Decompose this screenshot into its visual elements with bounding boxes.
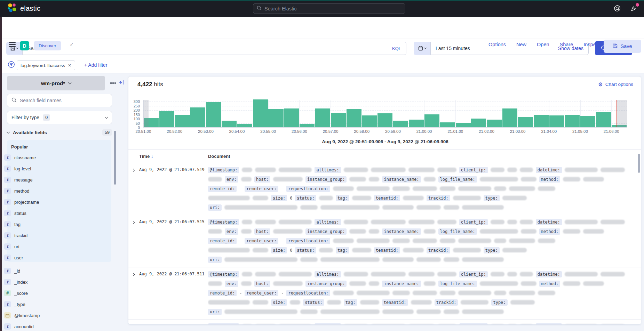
field-item-user[interactable]: tuser: [0, 252, 104, 263]
save-button[interactable]: Save: [604, 40, 641, 53]
histogram-bar[interactable]: [471, 119, 486, 127]
global-search[interactable]: [253, 3, 405, 14]
doc-field-label: remote_id:: [208, 290, 237, 296]
histogram-bar[interactable]: [253, 99, 268, 127]
histogram-bar[interactable]: [206, 102, 221, 128]
expand-row-icon[interactable]: [132, 169, 135, 172]
histogram-bar[interactable]: [331, 113, 346, 127]
field-item-log-level[interactable]: tlog-level: [0, 163, 104, 174]
global-search-input[interactable]: [264, 6, 401, 11]
nav-link-open[interactable]: Open: [537, 42, 549, 47]
field-name: accountid: [14, 324, 34, 329]
news-feed-icon[interactable]: [630, 5, 638, 12]
histogram-bar[interactable]: [222, 121, 237, 127]
field-item-classname[interactable]: tclassname: [0, 152, 104, 163]
time-column-header[interactable]: Time↓: [139, 154, 153, 159]
field-search-input[interactable]: [20, 98, 108, 103]
histogram-bar[interactable]: [502, 108, 517, 127]
histogram-bar[interactable]: [190, 107, 205, 128]
histogram-bar[interactable]: [487, 120, 502, 127]
add-filter-button[interactable]: + Add filter: [84, 62, 108, 68]
quick-select-date-button[interactable]: [414, 42, 430, 55]
histogram-bar[interactable]: [580, 116, 595, 128]
field-item-_type[interactable]: t_type: [0, 299, 104, 310]
nav-link-share[interactable]: Share: [560, 42, 573, 47]
nav-link-new[interactable]: New: [516, 42, 526, 47]
field-item-_score[interactable]: #_score: [0, 288, 104, 299]
doc-field-value-redacted: [565, 168, 598, 172]
histogram-bar[interactable]: [393, 121, 408, 127]
doc-field-value-redacted: [352, 196, 371, 200]
expand-row-icon[interactable]: [132, 221, 135, 224]
histogram-bar[interactable]: [518, 117, 533, 127]
table-scrollbar[interactable]: [638, 154, 640, 173]
nav-link-inspect[interactable]: Inspect: [583, 42, 600, 47]
field-settings-icon[interactable]: [110, 82, 116, 84]
histogram-bar[interactable]: [409, 120, 424, 128]
doc-field-value-redacted: [279, 220, 312, 224]
row-document: @timestamp:alltimes:client_ip:datetime:e…: [208, 165, 637, 212]
field-name: _id: [14, 268, 20, 274]
breadcrumb-check-icon[interactable]: ✓: [70, 41, 74, 48]
doc-field-value-redacted: [208, 248, 250, 252]
filter-pill[interactable]: tag.keyword: lbaccess ✕: [17, 60, 75, 70]
histogram-bar[interactable]: [175, 115, 190, 127]
content-area: wm-prod* Filter by type 0 Available fiel…: [0, 73, 644, 331]
histogram-bar[interactable]: [300, 124, 315, 127]
field-item-uri[interactable]: turi: [0, 241, 104, 252]
doc-field-value-redacted: [242, 168, 252, 172]
histogram-bar[interactable]: [362, 115, 377, 127]
histogram-bar[interactable]: [347, 109, 361, 128]
chart-options-button[interactable]: ⚙ Chart options: [598, 82, 633, 87]
document-line: env:host:instance_group:instance_name:lo…: [208, 175, 637, 184]
current-time-marker: [617, 100, 617, 127]
doc-field-label: client_ip:: [459, 167, 488, 173]
doc-field-value-redacted: [349, 177, 366, 181]
field-item-status[interactable]: tstatus: [0, 208, 104, 219]
histogram-bar[interactable]: [159, 111, 174, 127]
histogram-bar[interactable]: [424, 114, 439, 128]
query-language-button[interactable]: KQL: [392, 46, 401, 51]
sidebar-scrollbar[interactable]: [114, 131, 116, 185]
nav-link-options[interactable]: Options: [488, 42, 506, 47]
histogram-bar[interactable]: [237, 124, 252, 127]
query-input[interactable]: [27, 46, 389, 51]
breadcrumb[interactable]: Discover: [34, 41, 61, 50]
field-item-accountid[interactable]: taccountid: [0, 321, 104, 331]
field-item-message[interactable]: tmessage: [0, 174, 104, 185]
histogram-bar[interactable]: [565, 115, 580, 127]
histogram-bar[interactable]: [268, 109, 283, 128]
expand-row-icon[interactable]: [132, 273, 135, 276]
remove-filter-icon[interactable]: ✕: [68, 63, 71, 68]
x-axis-tick-label: 20:54:00: [229, 129, 245, 134]
x-axis-tick-label: 20:52:00: [167, 129, 182, 134]
filter-by-type-select[interactable]: Filter by type 0: [7, 111, 112, 124]
field-item-_index[interactable]: t_index: [0, 276, 104, 288]
help-icon[interactable]: [613, 5, 621, 12]
elastic-brand[interactable]: elastic: [7, 3, 40, 14]
histogram-plot[interactable]: [143, 100, 627, 128]
collapse-sidebar-icon[interactable]: [119, 80, 124, 87]
document-line: @timestamp:alltimes:client_ip:datetime:: [208, 165, 637, 175]
index-pattern-switcher[interactable]: wm-prod*: [7, 76, 105, 90]
histogram-bar[interactable]: [440, 122, 455, 127]
filter-menu-icon[interactable]: [8, 61, 15, 70]
histogram-bar[interactable]: [534, 115, 549, 127]
available-fields-header[interactable]: Available fields 59: [7, 128, 112, 137]
doc-field-label: remote_user:: [245, 186, 278, 192]
field-item-method[interactable]: tmethod: [0, 185, 104, 196]
field-item-projectname[interactable]: tprojectname: [0, 196, 104, 208]
field-item-tag[interactable]: ttag: [0, 219, 104, 230]
menu-hamburger-icon[interactable]: [9, 42, 16, 47]
histogram-bar[interactable]: [315, 108, 330, 127]
histogram-bar[interactable]: [284, 108, 299, 127]
field-item-_id[interactable]: t_id: [0, 265, 104, 276]
histogram-bar[interactable]: [549, 115, 564, 127]
sort-desc-icon[interactable]: ↓: [151, 154, 153, 159]
histogram-bar[interactable]: [377, 113, 392, 127]
histogram-bar[interactable]: [456, 123, 471, 128]
field-item-trackid[interactable]: ttrackid: [0, 230, 104, 241]
histogram-bar[interactable]: [596, 112, 611, 127]
histogram-time-range-caption: Aug 9, 2022 @ 20:51:09.906 - Aug 9, 2022…: [143, 139, 627, 144]
field-item-@timestamp[interactable]: @timestamp: [0, 310, 104, 321]
